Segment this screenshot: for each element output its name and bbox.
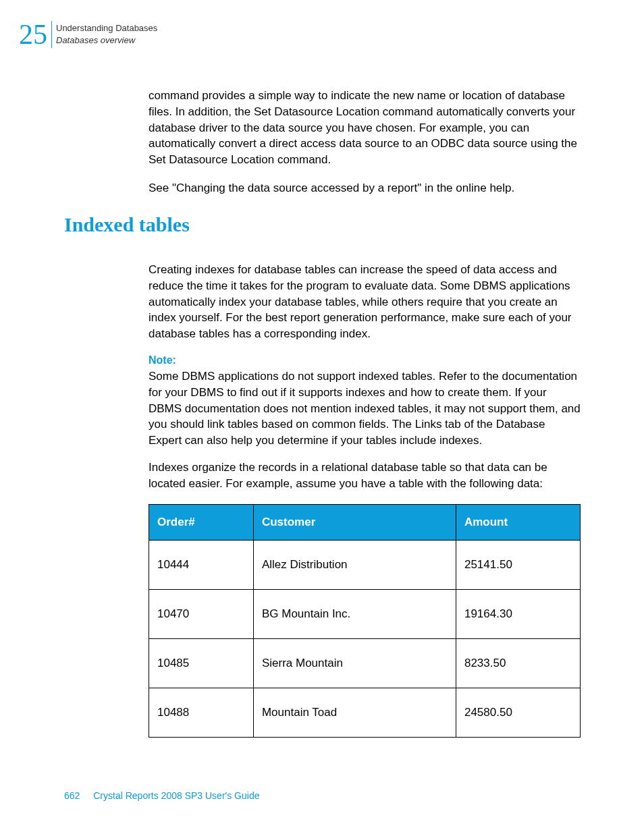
note-label: Note:: [149, 354, 581, 366]
table-cell-amount: 19164.30: [456, 589, 580, 638]
table-cell-order: 10485: [149, 638, 254, 688]
footer-book-title: Crystal Reports 2008 SP3 User's Guide: [93, 790, 259, 801]
table-cell-order: 10444: [149, 540, 254, 589]
header-subtitle: Databases overview: [56, 34, 157, 47]
table-row: 10470 BG Mountain Inc. 19164.30: [149, 589, 581, 638]
paragraph-note: Some DBMS applications do not support in…: [149, 368, 581, 449]
table-header-customer: Customer: [253, 504, 456, 540]
table-row: 10444 Allez Distribution 25141.50: [149, 540, 581, 589]
paragraph-intro-2: See "Changing the data source accessed b…: [149, 180, 581, 196]
content-area: command provides a simple way to indicat…: [149, 88, 581, 209]
table-cell-amount: 8233.50: [456, 638, 580, 688]
table-row: 10488 Mountain Toad 24580.50: [149, 688, 581, 737]
paragraph-intro-1: command provides a simple way to indicat…: [149, 88, 581, 168]
page-header: 25 Understanding Databases Databases ove…: [19, 20, 157, 49]
table-header-amount: Amount: [456, 504, 580, 540]
header-chapter-title: Understanding Databases: [56, 22, 157, 34]
table-row: 10485 Sierra Mountain 8233.50: [149, 638, 581, 688]
chapter-number: 25: [19, 20, 47, 49]
table-cell-customer: Allez Distribution: [253, 540, 456, 589]
table-cell-amount: 25141.50: [456, 540, 580, 589]
table-header-row: Order# Customer Amount: [149, 504, 581, 540]
header-titles: Understanding Databases Databases overvi…: [56, 22, 157, 47]
paragraph-section-1: Creating indexes for database tables can…: [149, 262, 581, 342]
footer-page-number: 662: [64, 790, 80, 801]
section-content: Creating indexes for database tables can…: [149, 262, 581, 738]
header-divider: [51, 21, 52, 48]
table-cell-order: 10488: [149, 688, 254, 737]
paragraph-table-intro: Indexes organize the records in a relati…: [149, 460, 581, 492]
table-cell-customer: Mountain Toad: [253, 688, 456, 737]
table-cell-customer: Sierra Mountain: [253, 638, 456, 688]
page-footer: 662 Crystal Reports 2008 SP3 User's Guid…: [64, 790, 259, 801]
table-cell-customer: BG Mountain Inc.: [253, 589, 456, 638]
table-cell-order: 10470: [149, 589, 254, 638]
section-heading-indexed-tables: Indexed tables: [64, 213, 190, 236]
table-cell-amount: 24580.50: [456, 688, 580, 737]
table-header-order: Order#: [149, 504, 254, 540]
data-table: Order# Customer Amount 10444 Allez Distr…: [149, 504, 581, 738]
